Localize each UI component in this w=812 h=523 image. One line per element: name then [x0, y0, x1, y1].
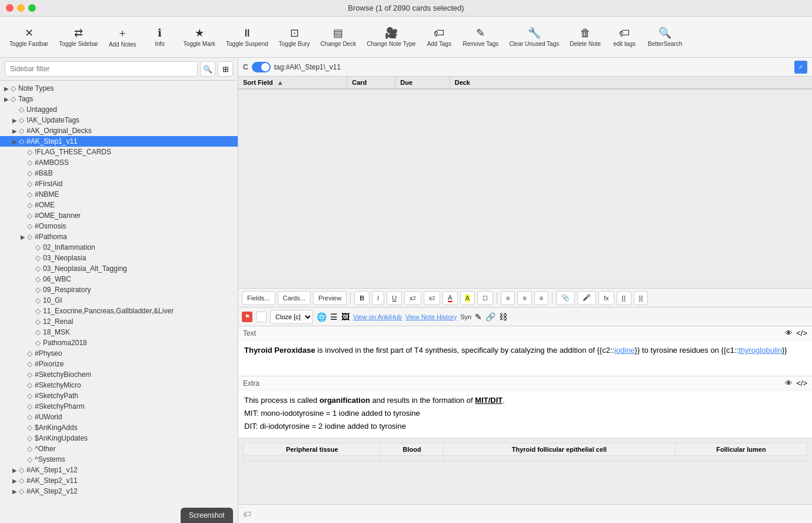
- sidebar-item-inflammation[interactable]: ◇ 02_Inflammation: [0, 242, 238, 253]
- sidebar-item-exocrine[interactable]: ◇ 11_Exocrine,Pancreas,Gallbladder,&Live…: [0, 306, 238, 316]
- minimize-button[interactable]: [17, 4, 25, 12]
- sidebar-item-pixorize[interactable]: ◇ #Pixorize: [0, 359, 238, 369]
- sidebar-item-msk[interactable]: ◇ 18_MSK: [0, 327, 238, 337]
- superscript-button[interactable]: x2: [404, 291, 421, 305]
- search-apply-button[interactable]: ✓: [794, 61, 807, 74]
- sidebar-item-wbc[interactable]: ◇ 06_WBC: [0, 274, 238, 284]
- note-history-link[interactable]: View Note History: [405, 313, 457, 320]
- sidebar-item-bb[interactable]: ◇ #B&B: [0, 168, 238, 178]
- globe-icon[interactable]: 🌐: [317, 312, 327, 322]
- sidebar-item-ak-step1-v11[interactable]: ▶ ◇ #AK_Step1_v11: [0, 136, 238, 147]
- sidebar-item-anking-updates[interactable]: ◇ $AnKingUpdates: [0, 433, 238, 443]
- cards-button[interactable]: Cards...: [278, 291, 311, 305]
- bold-button[interactable]: B: [354, 291, 370, 305]
- sidebar-item-anking-adds[interactable]: ◇ $AnKingAdds: [0, 422, 238, 433]
- sidebar-item-ak-step2-v11[interactable]: ▶ ◇ #AK_Step2_v11: [0, 475, 238, 486]
- ankihub-link[interactable]: View on AnkiHub: [353, 313, 402, 320]
- sidebar-item-neoplasia[interactable]: ◇ 03_Neoplasia: [0, 253, 238, 263]
- eraser-button[interactable]: ◻: [477, 291, 493, 305]
- sidebar-item-renal[interactable]: ◇ 12_Renal: [0, 316, 238, 327]
- toolbar-item-delete-note[interactable]: 🗑Delete Note: [565, 25, 605, 49]
- maximize-button[interactable]: [28, 4, 36, 12]
- note-type-select[interactable]: Cloze [c]: [270, 310, 313, 324]
- bracket2-button[interactable]: }]: [634, 291, 648, 305]
- extra-field-content[interactable]: This process is called organification an…: [238, 390, 812, 438]
- edit-icon[interactable]: ✎: [475, 312, 482, 322]
- list-icon[interactable]: ☰: [330, 312, 338, 322]
- search-query-input[interactable]: [274, 61, 791, 74]
- sidebar-item-other[interactable]: ◇ ^Other: [0, 443, 238, 454]
- toolbar-item-remove-tags[interactable]: ✎Remove Tags: [458, 24, 503, 49]
- sidebar-item-ak-update-tags[interactable]: ▶ ◇ !AK_UpdateTags: [0, 115, 238, 125]
- sidebar-search-button[interactable]: 🔍: [200, 61, 215, 77]
- unordered-list-button[interactable]: ≡: [501, 291, 515, 305]
- italic-button[interactable]: I: [372, 291, 384, 305]
- highlight-button[interactable]: A: [460, 291, 475, 305]
- toolbar-item-change-note-type[interactable]: 🎥Change Note Type: [362, 24, 420, 49]
- fields-button[interactable]: Fields...: [242, 291, 275, 305]
- toolbar-item-toggle-sidebar[interactable]: ⇄Toggle Sidebar: [54, 24, 103, 49]
- sidebar-item-ak-original-decks[interactable]: ▶ ◇ #AK_Original_Decks: [0, 125, 238, 136]
- sidebar-item-ome-banner[interactable]: ◇ #OME_banner: [0, 210, 238, 221]
- toolbar-item-clear-unused-tags[interactable]: 🔧Clear Unused Tags: [504, 24, 564, 49]
- underline-button[interactable]: U: [387, 291, 402, 305]
- preview-button[interactable]: Preview: [313, 291, 347, 305]
- toolbar-item-toggle-fastbar[interactable]: ✕Toggle Fastbar: [5, 24, 53, 49]
- font-color-button[interactable]: A: [442, 291, 457, 305]
- sidebar-filter-button[interactable]: ⊞: [218, 61, 233, 77]
- sidebar-item-sketchy-biochem[interactable]: ◇ #SketchyBiochem: [0, 369, 238, 380]
- sidebar-item-gi[interactable]: ◇ 10_GI: [0, 295, 238, 306]
- sidebar-item-neoplasia-alt[interactable]: ◇ 03_Neoplasia_Alt_Tagging: [0, 263, 238, 274]
- toolbar-item-toggle-suspend[interactable]: ⏸Toggle Suspend: [221, 25, 273, 49]
- toolbar-item-change-deck[interactable]: ▤Change Deck: [316, 24, 361, 49]
- sidebar-item-pathoma[interactable]: ▶ ◇ #Pathoma: [0, 231, 238, 242]
- toolbar-item-add-tags[interactable]: 🏷Add Tags: [421, 25, 457, 49]
- due-header[interactable]: Due: [395, 77, 450, 89]
- toolbar-item-toggle-mark[interactable]: ★Toggle Mark: [179, 24, 220, 49]
- text-eye-icon[interactable]: 👁: [785, 329, 793, 337]
- sidebar-filter-input[interactable]: [5, 61, 198, 77]
- sidebar-item-nbme[interactable]: ◇ #NBME: [0, 189, 238, 200]
- link-icon[interactable]: 🔗: [485, 312, 495, 322]
- toolbar-item-toggle-bury[interactable]: ⊡Toggle Bury: [274, 24, 315, 49]
- text-code-icon[interactable]: </>: [796, 329, 807, 337]
- extra-code-icon[interactable]: </>: [796, 379, 807, 388]
- sidebar-item-ak-step1-v12[interactable]: ▶ ◇ #AK_Step1_v12: [0, 465, 238, 475]
- sidebar-item-untagged[interactable]: ◇ Untagged: [0, 104, 238, 115]
- sidebar-item-systems[interactable]: ◇ ^Systems: [0, 454, 238, 465]
- sidebar-item-sketchy-path[interactable]: ◇ #SketchyPath: [0, 390, 238, 401]
- sort-field-header[interactable]: Sort Field ▲: [238, 77, 347, 89]
- sidebar-item-note-types[interactable]: ▶ ◇ Note Types: [0, 83, 238, 94]
- search-toggle[interactable]: [252, 62, 271, 72]
- toolbar-item-info[interactable]: ℹInfo: [142, 24, 178, 49]
- text-field-content[interactable]: Thyroid Peroxidase is involved in the fi…: [238, 340, 812, 376]
- sidebar-item-sketchy-pharm[interactable]: ◇ #SketchyPharm: [0, 401, 238, 412]
- sidebar-item-ome[interactable]: ◇ #OME: [0, 200, 238, 210]
- sidebar-item-flag-these-cards[interactable]: ◇ !FLAG_THESE_CARDS: [0, 147, 238, 157]
- align-button[interactable]: ≡: [534, 291, 548, 305]
- attachment-button[interactable]: 📎: [556, 291, 575, 305]
- toolbar-item-better-search[interactable]: 🔍BetterSearch: [643, 24, 687, 49]
- sidebar-item-tags[interactable]: ▶ ◇ Tags: [0, 94, 238, 104]
- sidebar-item-respiratory[interactable]: ◇ 09_Respiratory: [0, 284, 238, 295]
- sidebar-item-pathoma2018[interactable]: ◇ Pathoma2018: [0, 337, 238, 348]
- sidebar-item-sketchy-micro[interactable]: ◇ #SketchyMicro: [0, 380, 238, 390]
- toolbar-item-add-notes[interactable]: ＋Add Notes: [104, 24, 141, 50]
- sidebar-item-physeo[interactable]: ◇ #Physeo: [0, 348, 238, 359]
- sidebar-item-osmosis[interactable]: ◇ #Osmosis: [0, 221, 238, 231]
- image-icon[interactable]: 🖼: [341, 312, 350, 322]
- toolbar-item-edit-tags[interactable]: 🏷edit tags: [607, 25, 642, 49]
- sidebar-item-uworld[interactable]: ◇ #UWorld: [0, 412, 238, 422]
- bracket1-button[interactable]: [{: [617, 291, 631, 305]
- card-header[interactable]: Card: [347, 77, 395, 89]
- sidebar-item-first-aid[interactable]: ◇ #FirstAid: [0, 178, 238, 189]
- sidebar-item-ak-step2-v12[interactable]: ▶ ◇ #AK_Step2_v12: [0, 486, 238, 496]
- function-button[interactable]: fx: [598, 291, 614, 305]
- extra-eye-icon[interactable]: 👁: [785, 379, 793, 388]
- deck-header[interactable]: Deck: [450, 77, 812, 89]
- screenshot-tooltip[interactable]: Screenshot: [181, 508, 233, 523]
- ordered-list-button[interactable]: ≡: [517, 291, 531, 305]
- close-button[interactable]: [6, 4, 14, 12]
- chain-icon[interactable]: ⛓: [499, 312, 507, 322]
- sidebar-item-amboss[interactable]: ◇ #AMBOSS: [0, 157, 238, 168]
